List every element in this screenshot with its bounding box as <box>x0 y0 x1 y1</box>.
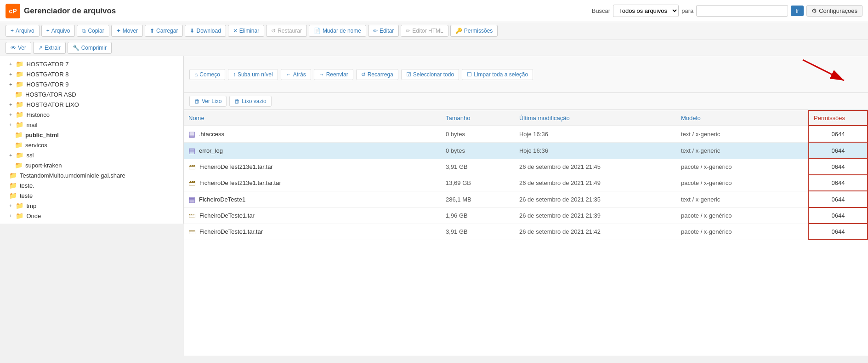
file-name: error_log <box>199 147 223 154</box>
home-button[interactable]: ⌂ Começo <box>189 69 225 80</box>
cpanel-logo-icon: cP <box>6 4 20 18</box>
table-row[interactable]: 🗃 FicheiroDeTeste1.tar.tar 3,91 GB 26 de… <box>184 224 868 240</box>
sidebar-item-mail[interactable]: + 📁 mail <box>0 120 183 130</box>
move-button[interactable]: ✦ Mover <box>111 25 143 37</box>
up-level-button[interactable]: ↑ Suba um nível <box>228 69 278 80</box>
table-row[interactable]: ▤ error_log 0 bytes Hoje 16:36 text / x-… <box>184 142 868 159</box>
forward-icon: → <box>319 71 324 78</box>
sidebar-item-historico[interactable]: + 📁 Histórico <box>0 109 183 120</box>
gear-icon: ⚙ <box>811 7 817 14</box>
sidebar-item-teste-dot[interactable]: 📁 teste. <box>0 180 183 190</box>
html-editor-button[interactable]: ✏ Editor HTML <box>401 25 448 37</box>
sidebar-item-hostgator-asd[interactable]: 📁 HOSTGATOR ASD <box>0 89 183 99</box>
file-table-header: Nome Tamanho Última modificação Modelo P… <box>184 110 868 126</box>
file-name-cell: 🗃 FicheiroDeTeste1.tar <box>184 208 441 224</box>
file-perms-cell[interactable]: 0644 <box>809 159 868 175</box>
select-all-button[interactable]: ☑ Seleccionar todo <box>401 69 459 80</box>
table-row[interactable]: ▤ .htaccess 0 bytes Hoje 16:36 text / x-… <box>184 126 868 142</box>
sidebar-item-label: public_html <box>25 132 59 138</box>
reload-icon: ↺ <box>361 71 366 78</box>
delete-button[interactable]: ✕ Eliminar <box>228 25 264 37</box>
folder-icon: 📁 <box>16 151 23 159</box>
sidebar-item-public-html[interactable]: 📁 public_html <box>0 130 183 140</box>
sidebar-item-hostgator8[interactable]: + 📁 HOSTGATOR 8 <box>0 69 183 79</box>
sidebar-item-label: Onde <box>26 213 41 219</box>
file-modified-cell: 26 de setembro de 2021 21:49 <box>515 175 676 191</box>
file-perms-cell[interactable]: 0644 <box>809 142 868 159</box>
search-button[interactable]: Ir <box>791 6 804 16</box>
svg-line-1 <box>803 60 844 81</box>
sidebar-item-onde[interactable]: + 📁 Onde <box>0 211 183 221</box>
sidebar-item-hostgator-lixo[interactable]: + 📁 HOSTGATOR LIXO <box>0 99 183 109</box>
rename-button[interactable]: 📄 Mudar de nome <box>309 25 366 37</box>
edit-icon: ✏ <box>373 28 378 34</box>
sidebar-item-servicos[interactable]: 📁 servicos <box>0 140 183 150</box>
permissions-button[interactable]: 🔑 Permissões <box>450 25 498 37</box>
view-trash-button[interactable]: 🗑 Ver Lixo <box>189 96 227 107</box>
edit-button[interactable]: ✏ Editar <box>368 25 399 37</box>
trash-icon: 🗑 <box>194 98 200 104</box>
compress-button[interactable]: 🔧 Comprimir <box>68 42 112 54</box>
reload-button[interactable]: ↺ Recarrega <box>356 69 398 80</box>
table-row[interactable]: ▤ FicheiroDeTeste1 286,1 MB 26 de setemb… <box>184 191 868 207</box>
expand-icon: + <box>9 213 12 219</box>
col-type[interactable]: Modelo <box>676 110 809 126</box>
col-size[interactable]: Tamanho <box>441 110 515 126</box>
file-perms-cell[interactable]: 0644 <box>809 207 868 224</box>
file-type-cell: pacote / x-genérico <box>676 224 809 240</box>
col-name[interactable]: Nome <box>184 110 441 126</box>
sidebar-item-testando-muito[interactable]: 📁 TestandomMuito.umdominiole gal.share <box>0 170 183 180</box>
search-input[interactable] <box>696 5 788 17</box>
sidebar-item-label: teste. <box>20 182 34 189</box>
file-perms-cell[interactable]: 0644 <box>809 191 868 207</box>
sidebar-item-suport-kraken[interactable]: 📁 suport-kraken <box>0 160 183 170</box>
back-button[interactable]: ← Atrás <box>281 69 311 80</box>
restore-button[interactable]: ↺ Restaurar <box>266 25 307 37</box>
file-perms-cell[interactable]: 0644 <box>809 224 868 240</box>
file-name-cell: 🗃 FicheiroDeTeste1.tar.tar <box>184 224 441 240</box>
sidebar-item-teste[interactable]: 📁 teste <box>0 190 183 201</box>
table-row[interactable]: 🗃 FicheiroDeTest213e1.tar.tar.tar 13,69 … <box>184 175 868 191</box>
copy-button[interactable]: ⧉ Copiar <box>77 25 109 37</box>
sidebar-wrapper: + 📁 HOSTGATOR 7 + 📁 HOSTGATOR 8 + 📁 HOST… <box>0 56 184 356</box>
sidebar-item-hostgator9[interactable]: + 📁 HOSTGATOR 9 <box>0 79 183 89</box>
search-type-select[interactable]: Todos os arquivos <box>613 5 679 17</box>
sidebar-item-hostgator7[interactable]: + 📁 HOSTGATOR 7 <box>0 59 183 69</box>
folder-icon: 📁 <box>15 91 23 98</box>
col-modified[interactable]: Última modificação <box>515 110 676 126</box>
sidebar-item-tmp[interactable]: + 📁 tmp <box>0 201 183 211</box>
file-size-cell: 3,91 GB <box>441 159 515 175</box>
file-size-cell: 0 bytes <box>441 126 515 142</box>
select-all-icon: ☑ <box>406 71 411 78</box>
sidebar-item-ssl[interactable]: + 📁 ssl <box>0 150 183 160</box>
upload-button[interactable]: ⬆ Carregar <box>145 25 183 37</box>
extract-button[interactable]: ↗ Extrair <box>33 42 66 54</box>
new-file-button[interactable]: + Arquivo <box>6 25 40 37</box>
folder-icon: 📁 <box>9 182 17 189</box>
doc-icon: ▤ <box>188 146 195 155</box>
plus-icon: + <box>11 28 14 34</box>
folder-icon: 📁 <box>16 60 23 68</box>
move-icon: ✦ <box>116 28 121 34</box>
table-row[interactable]: 🗃 FicheiroDeTeste1.tar 1,96 GB 26 de set… <box>184 207 868 224</box>
view-button[interactable]: 👁 Ver <box>6 42 31 54</box>
table-row[interactable]: 🗃 FicheiroDeTest213e1.tar.tar 3,91 GB 26… <box>184 159 868 175</box>
empty-trash-button[interactable]: 🗑 Lixo vazio <box>229 96 271 107</box>
cp-logo: cP Gerenciador de arquivos <box>6 4 116 18</box>
file-name-cell: 🗃 FicheiroDeTest213e1.tar.tar <box>184 159 441 175</box>
red-arrow-annotation <box>803 60 858 87</box>
search-label: Buscar <box>592 7 610 14</box>
sidebar-item-label: TestandomMuito.umdominiole gal.share <box>20 172 125 179</box>
file-type-cell: pacote / x-genérico <box>676 207 809 224</box>
config-button[interactable]: ⚙ Configurações <box>806 5 862 17</box>
archive-icon: 🗃 <box>188 212 196 220</box>
new-file2-button[interactable]: + Arquivo <box>41 25 75 37</box>
file-perms-cell[interactable]: 0644 <box>809 175 868 191</box>
delete-icon: ✕ <box>233 28 238 34</box>
clear-selection-button[interactable]: ☐ Limpar toda a seleção <box>462 69 533 80</box>
sidebar-item-label: HOSTGATOR LIXO <box>26 101 79 108</box>
download-button[interactable]: ⬇ Download <box>185 25 226 37</box>
file-perms-cell[interactable]: 0644 <box>809 126 868 142</box>
forward-button[interactable]: → Reenviar <box>314 69 353 80</box>
col-perms[interactable]: Permissões <box>809 110 868 126</box>
